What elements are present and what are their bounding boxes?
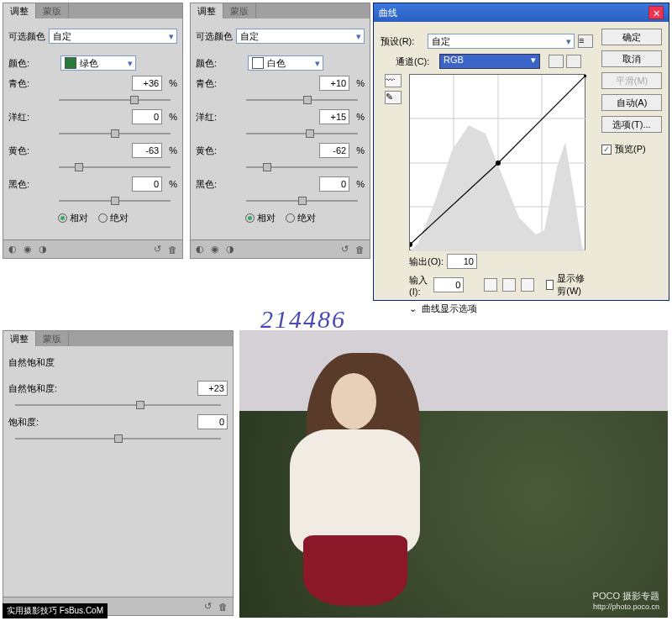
eyedropper-gray-icon[interactable] — [502, 278, 516, 292]
sat-slider[interactable] — [15, 434, 221, 443]
options-button[interactable]: 选项(T)... — [601, 116, 662, 133]
close-icon[interactable]: ✕ — [648, 6, 664, 19]
vib-label: 自然饱和度: — [8, 382, 76, 395]
magenta-input[interactable] — [319, 109, 349, 124]
pct: % — [356, 145, 365, 155]
curve-display-expand[interactable]: ⌄曲线显示选项 — [409, 303, 593, 315]
tab-adjust[interactable]: 调整 — [3, 3, 36, 18]
eyedropper-black-icon[interactable] — [484, 278, 497, 292]
footer-icon[interactable]: ◑ — [39, 244, 47, 255]
cyan-label: 青色: — [8, 77, 57, 90]
output-input[interactable] — [447, 254, 477, 269]
vib-input[interactable] — [197, 381, 228, 396]
titlebar[interactable]: 曲线 ✕ — [374, 3, 669, 22]
chan-btn[interactable] — [566, 55, 581, 68]
radio-relative[interactable]: 相对 — [58, 212, 88, 224]
eyedropper-white-icon[interactable] — [521, 278, 534, 292]
cyan-input[interactable] — [319, 76, 349, 91]
preset-label: 预设(R): — [381, 35, 424, 48]
vibrance-panel: 调整 蒙版 自然饱和度 自然饱和度: 饱和度: ◐◉◑↺🗑 — [3, 330, 234, 616]
cyan-slider[interactable] — [59, 96, 171, 104]
curve-graph[interactable] — [409, 74, 585, 250]
panel-tabs: 调整 蒙版 — [191, 3, 370, 18]
panel-footer: ◐◉◑↺🗑 — [191, 239, 370, 258]
sample-photo: POCO 摄影专题 http://photo.poco.cn — [239, 330, 668, 618]
magenta-label: 洋红: — [196, 111, 244, 124]
footer-icon[interactable]: ◉ — [24, 244, 32, 255]
auto-button[interactable]: 自动(A) — [601, 94, 662, 111]
tab-adjust[interactable]: 调整 — [191, 3, 223, 18]
input-input[interactable] — [433, 277, 464, 292]
radio-absolute[interactable]: 绝对 — [286, 212, 316, 224]
footer-icon[interactable]: ◉ — [211, 244, 219, 255]
sel-color-title: 可选颜色 — [196, 30, 233, 43]
yellow-slider[interactable] — [59, 163, 171, 171]
yellow-slider[interactable] — [246, 163, 358, 171]
tab-mask[interactable]: 蒙版 — [223, 3, 256, 18]
sel-color-title: 可选颜色 — [8, 30, 45, 43]
color-label: 颜色: — [196, 57, 244, 70]
color-select[interactable]: 白色 — [248, 55, 323, 71]
curve-tool-draw[interactable]: ✎ — [385, 91, 402, 104]
footer-icon[interactable]: ↺ — [154, 244, 161, 255]
curves-preset-select[interactable]: 自定 — [428, 34, 575, 49]
yellow-label: 黄色: — [196, 145, 244, 157]
yellow-input[interactable] — [319, 143, 349, 158]
selective-color-panel-1: 调整 蒙版 可选颜色 自定 颜色: 绿色 青色:% 洋红:% 黄色:% 黑色:%… — [3, 3, 183, 259]
footer-icon[interactable]: ↺ — [204, 601, 212, 612]
vibrance-title: 自然饱和度 — [8, 356, 55, 369]
trash-icon[interactable]: 🗑 — [168, 245, 177, 255]
preset-select[interactable]: 自定 — [236, 29, 365, 44]
chan-btn[interactable] — [549, 55, 564, 68]
preview-check[interactable]: ✓ — [601, 145, 612, 155]
cyan-input[interactable] — [132, 76, 162, 91]
black-slider[interactable] — [246, 197, 358, 205]
preset-select[interactable]: 自定 — [49, 29, 177, 44]
black-label: 黑色: — [196, 178, 244, 191]
radio-absolute[interactable]: 绝对 — [98, 212, 129, 224]
magenta-slider[interactable] — [59, 129, 171, 138]
tab-mask[interactable]: 蒙版 — [36, 3, 69, 18]
panel-tabs: 调整 蒙版 — [3, 331, 233, 346]
footer-icon[interactable]: ↺ — [341, 244, 349, 255]
magenta-input[interactable] — [132, 109, 162, 124]
cyan-label: 青色: — [196, 77, 244, 90]
magenta-slider[interactable] — [246, 129, 358, 138]
color-select[interactable]: 绿色 — [60, 55, 136, 71]
preset-menu-icon[interactable]: ≡ — [578, 34, 593, 48]
black-input[interactable] — [132, 176, 162, 192]
photo-watermark: POCO 摄影专题 http://photo.poco.cn — [593, 588, 659, 611]
input-label: 输入(I): — [409, 274, 430, 297]
channel-label: 通道(C): — [396, 55, 436, 68]
radio-relative[interactable]: 相对 — [245, 212, 276, 224]
trash-icon[interactable]: 🗑 — [355, 245, 365, 255]
black-input[interactable] — [319, 176, 349, 192]
show-clip-check[interactable] — [546, 280, 554, 290]
footer-icon[interactable]: ◐ — [196, 244, 204, 255]
pct: % — [169, 179, 177, 189]
cyan-slider[interactable] — [246, 96, 358, 104]
preset-value: 自定 — [432, 35, 450, 48]
ok-button[interactable]: 确定 — [601, 29, 662, 45]
cancel-button[interactable]: 取消 — [601, 50, 662, 67]
tab-mask[interactable]: 蒙版 — [36, 331, 69, 346]
trash-icon[interactable]: 🗑 — [218, 602, 228, 612]
channel-value: RGB — [444, 55, 464, 65]
pct: % — [169, 78, 177, 88]
bottom-tag: 实用摄影技巧 FsBus.CoM — [3, 603, 108, 618]
footer-icon[interactable]: ◐ — [8, 244, 17, 255]
footer-icon[interactable]: ◑ — [226, 244, 234, 255]
pct: % — [169, 112, 177, 122]
tab-adjust[interactable]: 调整 — [3, 331, 36, 346]
sat-input[interactable] — [197, 414, 228, 429]
yellow-input[interactable] — [132, 143, 162, 158]
pct: % — [169, 145, 177, 155]
black-slider[interactable] — [59, 197, 171, 205]
watermark-number: 214486 — [260, 305, 346, 334]
curve-tool-point[interactable]: 〰 — [385, 74, 402, 87]
pct: % — [356, 112, 365, 122]
channel-select[interactable]: RGB — [439, 54, 540, 69]
output-label: 输出(O): — [409, 255, 444, 268]
panel-footer: ◐◉◑↺🗑 — [3, 239, 182, 258]
vib-slider[interactable] — [15, 401, 221, 409]
